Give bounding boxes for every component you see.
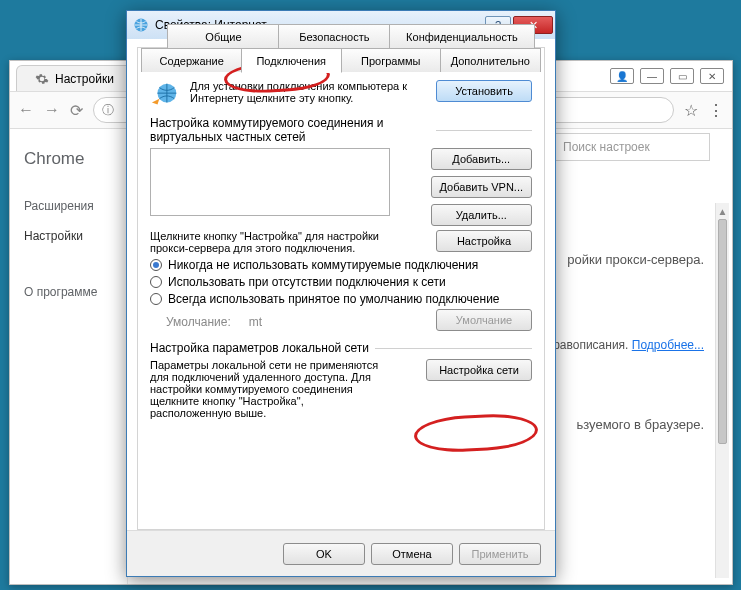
- sidebar-item-extensions[interactable]: Расширения: [24, 191, 127, 221]
- lan-settings-button[interactable]: Настройка сети: [426, 359, 532, 381]
- text-fragment-browser: ьзуемого в браузере.: [576, 417, 704, 432]
- search-input[interactable]: Поиск настроек: [554, 133, 710, 161]
- setup-button[interactable]: Установить: [436, 80, 532, 102]
- reload-button[interactable]: ⟳: [70, 101, 83, 120]
- app-name: Chrome: [24, 149, 127, 169]
- dialog-pane: Общие Безопасность Конфиденциальность Со…: [137, 47, 545, 530]
- scrollbar-thumb[interactable]: [718, 219, 727, 444]
- tab-security[interactable]: Безопасность: [278, 24, 391, 48]
- back-button[interactable]: ←: [18, 101, 34, 119]
- dialog-action-bar: OK Отмена Применить: [127, 530, 555, 576]
- connections-panel: Для установки подключения компьютера к И…: [150, 80, 532, 523]
- internet-properties-dialog: Свойства: Интернет ? ✕ Общие Безопасност…: [126, 10, 556, 577]
- tab-general[interactable]: Общие: [167, 24, 280, 48]
- radio-icon: [150, 276, 162, 288]
- star-icon[interactable]: ☆: [684, 101, 698, 120]
- globe-wizard-icon: [150, 80, 180, 110]
- menu-icon[interactable]: ⋮: [708, 101, 724, 120]
- tab-connections[interactable]: Подключения: [241, 48, 343, 73]
- radio-icon: [150, 293, 162, 305]
- sidebar-item-about[interactable]: О программе: [24, 277, 127, 307]
- text-fragment-spelling: и правописания. Подробнее...: [537, 337, 704, 352]
- close-button[interactable]: ✕: [700, 68, 724, 84]
- default-value: mt: [249, 315, 262, 329]
- text-fragment-proxy: ройки прокси-сервера.: [567, 252, 704, 267]
- lan-section-label: Настройка параметров локальной сети: [150, 341, 369, 355]
- connection-settings-button[interactable]: Настройка: [436, 230, 532, 252]
- scroll-up-icon[interactable]: ▲: [716, 203, 729, 219]
- gear-icon: [35, 72, 49, 86]
- minimize-button[interactable]: —: [640, 68, 664, 84]
- apply-button[interactable]: Применить: [459, 543, 541, 565]
- tab-programs[interactable]: Программы: [340, 48, 442, 72]
- tab-title: Настройки: [55, 72, 114, 86]
- radio-dial-no-network[interactable]: Использовать при отсутствии подключения …: [150, 275, 532, 289]
- setup-description: Для установки подключения компьютера к И…: [190, 80, 426, 104]
- tab-strip: Общие Безопасность Конфиденциальность Со…: [138, 24, 544, 72]
- learn-more-link[interactable]: Подробнее...: [632, 338, 704, 352]
- add-vpn-button[interactable]: Добавить VPN...: [431, 176, 532, 198]
- browser-tab[interactable]: Настройки: [16, 65, 133, 91]
- tab-advanced[interactable]: Дополнительно: [440, 48, 542, 72]
- tab-privacy[interactable]: Конфиденциальность: [389, 24, 535, 48]
- default-label: Умолчание:: [166, 315, 231, 329]
- cancel-button[interactable]: Отмена: [371, 543, 453, 565]
- connections-listbox[interactable]: [150, 148, 390, 216]
- radio-icon: [150, 259, 162, 271]
- remove-button[interactable]: Удалить...: [431, 204, 532, 226]
- window-controls: 👤 — ▭ ✕: [610, 68, 724, 84]
- forward-button[interactable]: →: [44, 101, 60, 119]
- site-info-icon[interactable]: ⓘ: [102, 102, 114, 119]
- settings-sidebar: Chrome Расширения Настройки О программе: [10, 129, 128, 584]
- maximize-button[interactable]: ▭: [670, 68, 694, 84]
- set-default-button[interactable]: Умолчание: [436, 309, 532, 331]
- radio-never-dial[interactable]: Никогда не использовать коммутируемые по…: [150, 258, 532, 272]
- add-button[interactable]: Добавить...: [431, 148, 532, 170]
- ok-button[interactable]: OK: [283, 543, 365, 565]
- dialup-section-label: Настройка коммутируемого соединения и ви…: [150, 116, 430, 144]
- proxy-note: Щелкните кнопку "Настройка" для настройк…: [150, 230, 390, 254]
- lan-description: Параметры локальной сети не применяются …: [150, 359, 388, 419]
- sidebar-item-settings[interactable]: Настройки: [24, 221, 127, 251]
- tab-content[interactable]: Содержание: [141, 48, 243, 72]
- scrollbar[interactable]: ▲: [715, 203, 729, 578]
- user-icon[interactable]: 👤: [610, 68, 634, 84]
- radio-always-dial[interactable]: Всегда использовать принятое по умолчани…: [150, 292, 532, 306]
